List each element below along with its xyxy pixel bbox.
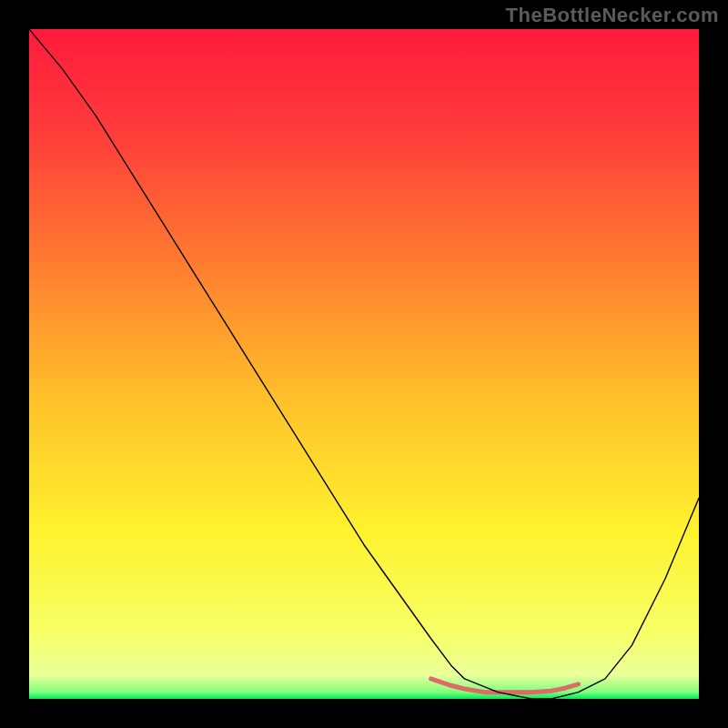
watermark-text: TheBottleNecker.com [506,4,719,27]
bottleneck-chart [29,29,699,699]
plot-background [29,29,699,699]
chart-frame: TheBottleNecker.com [0,0,728,728]
